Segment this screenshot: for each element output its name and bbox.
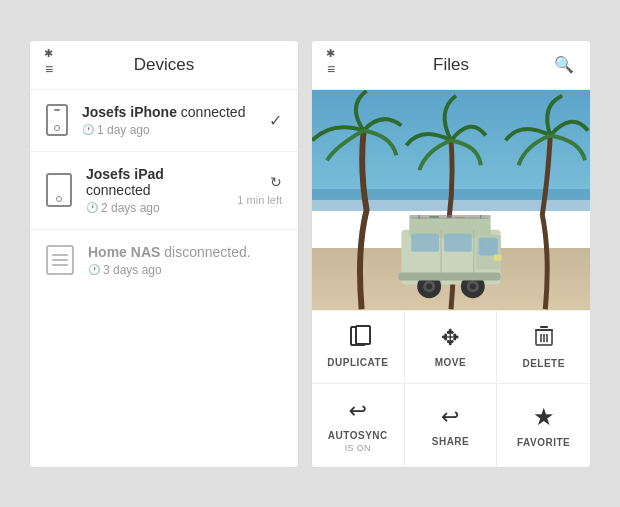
- device-action: ↻ 1 min left: [237, 174, 282, 206]
- device-action: ✓: [269, 111, 282, 130]
- device-status-text: connected: [181, 104, 246, 120]
- devices-title: Devices: [134, 55, 194, 75]
- favorite-label: FAVORITE: [517, 437, 570, 448]
- device-item[interactable]: Home NAS disconnected. 🕐 3 days ago: [30, 230, 298, 291]
- device-name: Josefs iPad connected: [86, 166, 229, 198]
- move-label: MOVE: [435, 357, 466, 368]
- share-icon: ↩: [441, 404, 459, 430]
- autosync-label: AUTOSYNC: [328, 430, 388, 441]
- share-label: SHARE: [432, 436, 470, 447]
- device-timestamp: 🕐 3 days ago: [88, 263, 282, 277]
- autosync-icon: ↪: [349, 398, 367, 424]
- clock-icon: 🕐: [88, 264, 100, 275]
- actions-grid: DUPLICATE ✥ MOVE DELETE ↪ AUTOSYNC IS ON: [312, 310, 590, 467]
- delete-icon: [535, 325, 553, 352]
- duplicate-button[interactable]: DUPLICATE: [312, 311, 405, 384]
- sync-time: 1 min left: [237, 194, 282, 206]
- files-title: Files: [433, 55, 469, 75]
- favorite-button[interactable]: ★ FAVORITE: [497, 384, 590, 467]
- move-icon: ✥: [441, 325, 459, 351]
- menu-icon[interactable]: ≡: [327, 62, 334, 76]
- header-left-icons: ✱ ≡: [44, 41, 53, 76]
- clock-icon: 🕐: [86, 202, 98, 213]
- svg-rect-20: [398, 272, 500, 280]
- svg-point-19: [470, 283, 476, 289]
- svg-rect-11: [444, 233, 472, 251]
- autosync-sublabel: IS ON: [345, 443, 371, 453]
- devices-panel: ✱ ≡ Devices Josefs iPhone connected 🕐: [29, 40, 299, 468]
- device-list: Josefs iPhone connected 🕐 1 day ago ✓: [30, 90, 298, 467]
- favorite-icon: ★: [533, 403, 555, 431]
- share-button[interactable]: ↩ SHARE: [405, 384, 498, 467]
- search-icon[interactable]: 🔍: [554, 55, 574, 74]
- device-info: Josefs iPad connected 🕐 2 days ago: [86, 166, 229, 215]
- device-info: Home NAS disconnected. 🕐 3 days ago: [88, 244, 282, 277]
- palm-trees-svg: [312, 90, 590, 310]
- bluetooth-icon: ✱: [44, 47, 53, 60]
- clock-icon: 🕐: [82, 124, 94, 135]
- devices-header: ✱ ≡ Devices: [30, 41, 298, 90]
- checkmark-icon: ✓: [269, 111, 282, 130]
- device-name: Home NAS disconnected.: [88, 244, 282, 260]
- device-info: Josefs iPhone connected 🕐 1 day ago: [82, 104, 261, 137]
- nas-icon: [46, 245, 74, 275]
- phone-icon: [46, 104, 68, 136]
- photo-area: [312, 90, 590, 310]
- tablet-icon: [46, 173, 72, 207]
- svg-rect-21: [494, 254, 502, 260]
- device-item[interactable]: Josefs iPad connected 🕐 2 days ago ↻ 1 m…: [30, 152, 298, 230]
- svg-rect-10: [411, 233, 439, 251]
- svg-point-16: [426, 283, 432, 289]
- delete-label: DELETE: [522, 358, 564, 369]
- duplicate-icon: [350, 326, 366, 351]
- duplicate-label: DUPLICATE: [327, 357, 388, 368]
- delete-button[interactable]: DELETE: [497, 311, 590, 384]
- svg-rect-22: [409, 214, 490, 218]
- device-name: Josefs iPhone connected: [82, 104, 261, 120]
- bluetooth-icon: ✱: [326, 47, 335, 60]
- header-left-icons: ✱ ≡: [326, 41, 335, 76]
- device-item[interactable]: Josefs iPhone connected 🕐 1 day ago ✓: [30, 90, 298, 152]
- move-button[interactable]: ✥ MOVE: [405, 311, 498, 384]
- device-status-text: connected: [86, 182, 151, 198]
- device-timestamp: 🕐 2 days ago: [86, 201, 229, 215]
- files-panel: ✱ ≡ Files 🔍: [311, 40, 591, 468]
- menu-icon[interactable]: ≡: [45, 62, 52, 76]
- autosync-button[interactable]: ↪ AUTOSYNC IS ON: [312, 384, 405, 467]
- device-timestamp: 🕐 1 day ago: [82, 123, 261, 137]
- sync-icon: ↻: [270, 174, 282, 190]
- files-header: ✱ ≡ Files 🔍: [312, 41, 590, 90]
- device-status-text: disconnected.: [164, 244, 250, 260]
